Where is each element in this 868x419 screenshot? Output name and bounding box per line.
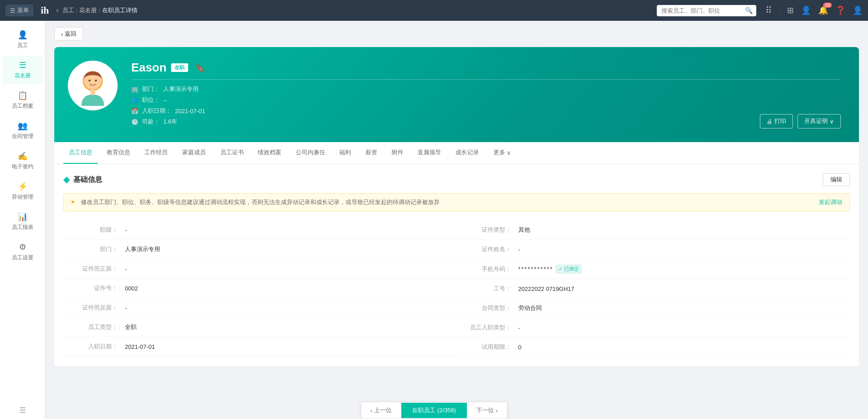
print-label: 打印 [774,117,786,125]
field-id-front: 证件照正面： - [63,259,457,279]
tab-education[interactable]: 教育信息 [101,142,136,164]
breadcrumb-employee[interactable]: 员工 [62,6,74,14]
user-icon[interactable]: 👤 [801,5,811,15]
print-button[interactable]: 🖨 打印 [760,114,793,129]
sidebar-item-contract[interactable]: 👥 合同管理 [3,116,42,145]
department-icon: 🏢 [131,86,138,93]
tab-performance[interactable]: 绩效档案 [252,142,287,164]
tab-concurrent[interactable]: 公司内兼任 [290,142,331,164]
edit-button[interactable]: 编辑 [823,173,850,186]
profile-join-date: 📅 入职日期： 2021-07-01 [131,107,841,115]
contract-icon: 👥 [18,121,28,131]
field-cert-name: 证件姓名： - [457,240,850,259]
field-contract-type: 合同类型： 劳动合同 [457,299,850,318]
tab-attachment[interactable]: 附件 [386,142,409,164]
field-department: 部门： 人事演示专用 [63,240,457,259]
nav-icons: ⠿ ⊞ 👤 🔔 18 ❓ 👤 [765,5,863,16]
field-employee-type: 员工类型： 全职 [63,318,457,337]
search-input[interactable] [657,5,756,16]
field-rank: 职级： - [63,220,457,240]
avatar [68,61,118,110]
prev-label: 上一位 [374,406,392,414]
tab-leader[interactable]: 直属领导 [412,142,446,164]
tab-more[interactable]: 更多 ∨ [488,142,517,164]
prev-button[interactable]: ‹ 上一位 [361,403,401,418]
sidebar-item-settings[interactable]: ⚙ 员工设置 [3,238,42,266]
sidebar-item-archive[interactable]: 📋 员工档案 [3,86,42,114]
section-icon: ◈ [63,175,70,185]
form-right: 证件类型： 其他 证件姓名： - 手机号码： *********** ✓ [457,220,850,357]
sidebar-label-contract: 合同管理 [12,133,33,140]
profile-seniority: 🕐 司龄： 1.6年 [131,118,841,126]
next-button[interactable]: 下一位 › [467,403,507,418]
help-icon[interactable]: ❓ [835,5,845,15]
account-icon[interactable]: 👤 [853,5,863,15]
tab-welfare[interactable]: 福利 [334,142,356,164]
menu-icon: ☰ [10,7,15,14]
sidebar-item-esign[interactable]: ✍ 电子签约 [3,147,42,175]
profile-name: Eason [131,61,166,75]
alert-link[interactable]: 发起调动 [819,198,842,206]
join-date-value: 2021-07-01 [175,108,205,114]
sidebar-item-employee[interactable]: 👤 员工 [3,25,42,54]
sidebar-item-report[interactable]: 📊 员工报表 [3,207,42,236]
nav-back-icon[interactable]: ‹ [56,6,58,14]
avatar-image [72,65,113,106]
notification-icon[interactable]: 🔔 18 [818,5,828,15]
tab-work-history[interactable]: 工作经历 [139,142,173,164]
field-join-date: 入职日期： 2021-07-01 [63,337,457,357]
next-icon: › [496,407,498,414]
archive-icon: 📋 [18,90,28,100]
next-label: 下一位 [476,406,494,414]
field-id-number: 证件号： 0002 [63,279,457,298]
field-id-back: 证件照反面： - [63,298,457,318]
qr-icon[interactable]: ⠿ [765,5,772,16]
field-cert-type: 证件类型： 其他 [457,220,850,240]
tab-family[interactable]: 家庭成员 [177,142,211,164]
sidebar-label-settings: 员工设置 [12,254,33,262]
tab-growth[interactable]: 成长记录 [450,142,484,164]
tabs-container: 员工信息 · 教育信息 · 工作经历 · 家庭成员 · 员工证书 · 绩效档案 … [63,142,850,164]
breadcrumb: 员工 / 花名册 / 在职员工详情 [62,6,653,14]
sidebar-label-roster: 花名册 [14,72,31,80]
employee-icon: 👤 [18,30,28,40]
esign-icon: ✍ [18,151,28,161]
sidebar-label-report: 员工报表 [12,224,33,231]
alert-box: ● 修改员工部门、职位、职务、职级等信息建议通过调动流程实现，否则无法生成异动记… [63,193,850,211]
phone-value: *********** [518,266,554,272]
logo: ih [41,5,49,16]
sidebar-label-archive: 员工档案 [12,102,33,110]
field-entry-type: 员工入职类型： - [457,318,850,338]
tab-salary[interactable]: 薪资 [360,142,383,164]
sidebar-collapse[interactable]: ☰ [0,401,45,419]
sidebar-label-esign: 电子签约 [12,163,33,171]
verified-badge: ✓ 已绑定 [556,265,582,273]
sidebar: 👤 员工 ☰ 花名册 📋 员工档案 👥 合同管理 ✍ 电子签约 ⚡ 异动管理 📊… [0,21,45,419]
sidebar-item-roster[interactable]: ☰ 花名册 [3,56,42,84]
department-label: 部门： [142,85,160,93]
profile-department: 🏢 部门： 人事演示专用 [131,85,841,93]
profile-name-row: Eason 在职 🔖 [131,61,841,75]
breadcrumb-detail: 在职员工详情 [102,6,138,14]
menu-button[interactable]: ☰ 菜单 [5,5,33,16]
position-label: 职位： [142,96,160,104]
section-title: ◈ 基础信息 [63,175,102,185]
verified-icon: ✓ [559,266,563,272]
alert-icon: ● [71,198,75,205]
cert-button[interactable]: 开具证明 ∨ [797,114,841,129]
profile-divider [131,79,841,80]
tab-employee-info[interactable]: 员工信息 [63,142,98,164]
sidebar-item-exception[interactable]: ⚡ 异动管理 [3,177,42,205]
form-grid: 职级： - 部门： 人事演示专用 证件照正面： - 证件号： 0002 [63,220,850,357]
profile-header: Eason 在职 🔖 🏢 部门： 人事演示专用 🔷 职位： -- [54,47,859,142]
sidebar-label-exception: 异动管理 [12,193,33,201]
svg-point-3 [95,80,97,81]
back-bar: ‹ 返回 [45,21,868,47]
section-title-text: 基础信息 [73,175,102,185]
content-area: ◈ 基础信息 编辑 ● 修改员工部门、职位、职务、职级等信息建议通过调动流程实现… [54,164,859,366]
tab-certificate[interactable]: 员工证书 [215,142,249,164]
apps-icon[interactable]: ⊞ [787,5,794,15]
search-wrap: 🔍 [657,5,756,16]
back-button[interactable]: ‹ 返回 [54,27,83,41]
breadcrumb-roster[interactable]: 花名册 [79,6,97,14]
